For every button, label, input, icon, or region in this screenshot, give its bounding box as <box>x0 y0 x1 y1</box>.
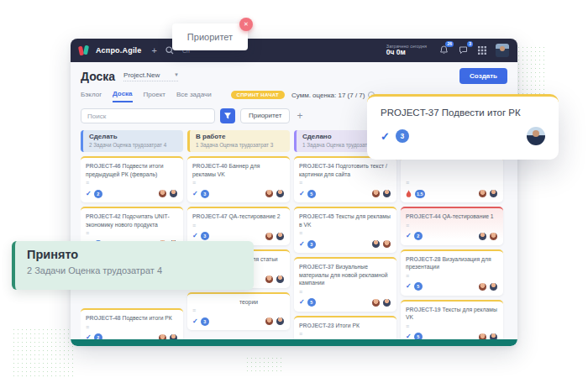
task-card[interactable]: теории ≡ ✓3 <box>187 292 290 331</box>
assignee-avatar <box>158 189 167 198</box>
funnel-icon <box>223 112 232 120</box>
kanban-board: Сделать 2 Задачи Оценка трудозатрат 4 PR… <box>81 130 507 346</box>
assignee-avatar <box>371 298 381 307</box>
column-accepted: ≡ 1.5 PROJECT-44QA-тестирование 1 ≡ ✓2 P… <box>401 130 503 346</box>
assignee-avatar <box>382 298 391 307</box>
tab-all-tasks[interactable]: Все задачи <box>176 91 212 102</box>
description-icon: ≡ <box>192 223 285 228</box>
task-card[interactable]: PROJECT-40Баннер для рекламы VK ≡ ✓3 <box>187 156 290 202</box>
assignee-avatar <box>489 282 498 291</box>
check-icon: ✓ <box>299 191 305 197</box>
estimate-badge: 5 <box>414 282 423 291</box>
check-icon: ✓ <box>406 233 412 239</box>
column-todo: Сделать 2 Задачи Оценка трудозатрат 4 PR… <box>81 130 183 346</box>
check-icon: ✓ <box>86 191 92 197</box>
task-card[interactable]: PROJECT-46Подвести итоги предыдущей РК (… <box>81 156 183 202</box>
time-tracker-value: 0ч 0м <box>386 49 427 57</box>
bell-icon[interactable]: 26 <box>438 45 449 56</box>
assignee-avatar <box>478 282 487 291</box>
check-icon: ✓ <box>192 233 198 239</box>
estimate-badge: 5 <box>307 190 316 198</box>
check-icon: ✓ <box>192 191 198 197</box>
assignee-avatar <box>276 232 285 241</box>
task-card-urgent[interactable]: PROJECT-44QA-тестирование 1 ≡ ✓2 <box>401 207 503 245</box>
estimate-badge: 3 <box>201 317 209 326</box>
tab-backlog[interactable]: Бэклог <box>81 91 102 102</box>
add-filter-button[interactable]: + <box>297 108 302 123</box>
column-header[interactable]: В работе 1 Задача Оценка трудозатрат 3 <box>187 130 290 152</box>
quick-add-icon[interactable]: + <box>152 46 157 55</box>
accepted-column-title: Принято <box>27 248 242 261</box>
estimate-badge: 2 <box>414 232 423 240</box>
estimate-badge: 3 <box>307 240 316 249</box>
description-icon: ≡ <box>299 331 391 337</box>
task-card[interactable]: PROJECT-45Тексты для рекламы в VK ≡ ✓3 <box>294 207 396 253</box>
estimate-badge: 1.5 <box>415 190 425 198</box>
assignee-avatar <box>276 317 285 326</box>
description-icon: ≡ <box>406 323 498 329</box>
task-card[interactable]: PROJECT-37Визуальные материалы для новой… <box>294 257 396 312</box>
fire-priority-icon <box>406 190 412 197</box>
assignee-avatar <box>276 189 285 198</box>
decor-dots-bottom-center <box>245 356 284 375</box>
assignee-avatar <box>478 189 487 198</box>
column-header[interactable]: Сделать 2 Задачи Оценка трудозатрат 4 <box>81 130 183 152</box>
task-card[interactable]: ≡ 1.5 <box>401 156 503 202</box>
description-icon: ≡ <box>86 324 178 330</box>
accepted-column-meta: 2 Задачи Оценка трудозатрат 4 <box>27 265 242 275</box>
description-icon: ≡ <box>192 180 285 186</box>
filter-button[interactable] <box>220 108 235 123</box>
assignee-avatar <box>265 317 274 326</box>
estimate-badge: 3 <box>201 190 209 198</box>
create-button[interactable]: Создать <box>459 68 507 84</box>
estimate-badge: 3 <box>201 232 209 240</box>
description-icon: ≡ <box>406 180 498 186</box>
description-icon: ≡ <box>86 230 178 236</box>
task-card[interactable]: PROJECT-47QA-тестирование 2 ≡ ✓3 <box>187 207 290 245</box>
description-icon: ≡ <box>86 180 178 186</box>
close-icon[interactable]: ✕ <box>239 18 253 31</box>
description-icon: ≡ <box>406 223 498 228</box>
task-card[interactable]: PROJECT-34Подготовить текст / картинки д… <box>294 156 396 202</box>
page-header: Доска Project.New ▾ Создать <box>81 68 507 84</box>
column-in-progress: В работе 1 Задача Оценка трудозатрат 3 P… <box>187 130 290 346</box>
estimate-badge: 2 <box>94 190 102 198</box>
task-card[interactable]: PROJECT-28Визуализация для презентации ≡… <box>401 249 503 296</box>
assignee-avatar <box>382 239 391 249</box>
user-avatar[interactable] <box>496 44 509 57</box>
app-logo-icon <box>79 45 89 55</box>
sprint-summary: Сумм. оценка: 17 (7 / 7) <box>291 92 365 99</box>
assignee-avatar <box>382 189 391 198</box>
check-icon: ✓ <box>192 318 198 325</box>
assignee-avatar <box>265 275 274 284</box>
time-tracker: Затрачено сегодня 0ч 0м <box>386 44 427 57</box>
assignee-avatar <box>265 232 274 241</box>
tab-board[interactable]: Доска <box>113 90 132 102</box>
assignee-avatar <box>169 189 178 198</box>
priority-filter-chip[interactable]: Приоритет <box>240 108 290 123</box>
tab-project[interactable]: Проект <box>144 91 165 102</box>
check-icon: ✓ <box>406 283 412 290</box>
search-input[interactable] <box>81 108 215 123</box>
priority-tooltip: Приоритет ✕ <box>172 24 248 50</box>
task-card-callout-title: PROJECT-37 Подвести итог РК <box>381 108 545 118</box>
assignee-avatar <box>371 189 381 198</box>
chat-icon[interactable]: 3 <box>457 45 469 56</box>
chat-badge: 3 <box>467 41 473 47</box>
assignee-avatar <box>489 232 498 241</box>
apps-grid-icon[interactable] <box>476 45 488 56</box>
description-icon: ≡ <box>299 289 391 295</box>
check-icon: ✓ <box>299 299 305 306</box>
priority-tooltip-label: Приоритет <box>187 32 233 42</box>
assignee-avatar <box>478 232 487 241</box>
task-card-callout[interactable]: PROJECT-37 Подвести итог РК ✓ 3 <box>367 94 559 160</box>
description-icon: ≡ <box>406 273 498 279</box>
project-select[interactable]: Project.New ▾ <box>123 71 178 81</box>
assignee-avatar <box>371 239 381 249</box>
page-title: Доска <box>81 70 115 83</box>
column-done: Сделано 1 Задача Оценка трудозатрат 5 PR… <box>294 130 396 346</box>
project-select-value: Project.New <box>123 71 160 79</box>
window-bottom-bar <box>71 339 517 346</box>
description-icon: ≡ <box>299 230 391 236</box>
app-title: Аспро.Agile <box>96 46 142 55</box>
